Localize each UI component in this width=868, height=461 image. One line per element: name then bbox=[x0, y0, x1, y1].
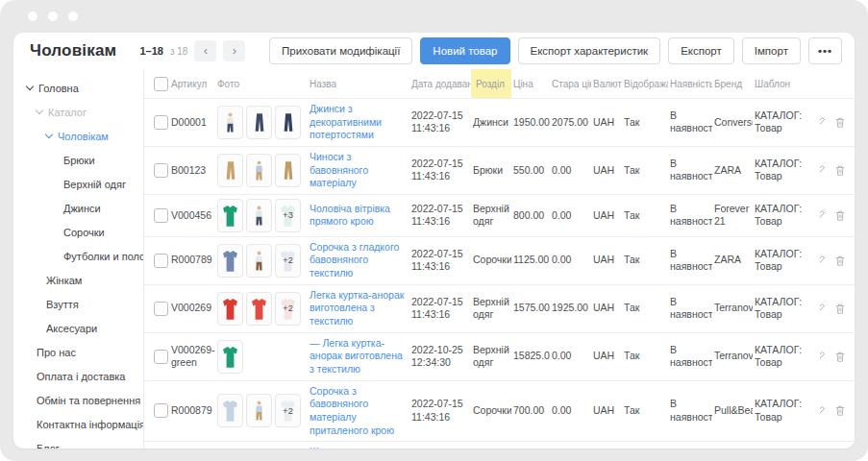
pagination-prev-button[interactable]: ‹ bbox=[194, 40, 216, 61]
product-photo-thumbnail[interactable] bbox=[275, 154, 301, 187]
product-photo-thumbnail[interactable] bbox=[246, 199, 272, 232]
row-checkbox[interactable] bbox=[154, 403, 168, 418]
product-photo-thumbnail[interactable] bbox=[217, 244, 243, 278]
sidebar-item[interactable]: Взуття bbox=[13, 292, 143, 316]
product-photo-thumbnail[interactable]: +2 bbox=[275, 292, 301, 326]
delete-button[interactable] bbox=[834, 209, 846, 222]
product-photo-thumbnail[interactable] bbox=[217, 292, 243, 326]
row-checkbox[interactable] bbox=[154, 302, 168, 316]
product-photo-thumbnail[interactable]: +2 bbox=[275, 244, 301, 278]
row-checkbox[interactable] bbox=[154, 254, 168, 268]
sidebar-item[interactable]: Оплата і доставка bbox=[13, 364, 143, 388]
sidebar-item[interactable]: Контактна інформація bbox=[13, 412, 143, 436]
row-checkbox[interactable] bbox=[154, 115, 168, 130]
product-photo-thumbnail[interactable] bbox=[217, 199, 243, 232]
product-photo-thumbnail[interactable] bbox=[217, 106, 243, 139]
column-header[interactable]: Фото bbox=[217, 79, 239, 89]
product-photo-thumbnail[interactable]: +2 bbox=[275, 394, 301, 427]
sidebar-item[interactable]: Чоловікам bbox=[13, 124, 143, 148]
sidebar-item[interactable]: Верхній одяг bbox=[13, 172, 143, 196]
edit-button[interactable] bbox=[820, 164, 826, 176]
product-photo-thumbnail[interactable] bbox=[246, 394, 272, 427]
edit-button[interactable] bbox=[820, 303, 826, 314]
product-photo-thumbnail[interactable] bbox=[246, 106, 272, 139]
sidebar-item[interactable]: Аксесуари bbox=[13, 316, 143, 340]
product-brand: Terranova bbox=[714, 350, 753, 361]
delete-button[interactable] bbox=[834, 116, 846, 129]
column-header[interactable]: Назва bbox=[310, 79, 336, 89]
column-header[interactable]: Розділ bbox=[476, 79, 505, 89]
sidebar-item[interactable]: Головна bbox=[13, 76, 143, 100]
product-photo-thumbnail[interactable] bbox=[217, 394, 243, 427]
product-name-link[interactable]: Сорочка з гладкого бавовняного текстилю bbox=[310, 241, 405, 280]
product-photo-thumbnail[interactable]: +3 bbox=[275, 199, 301, 232]
column-header[interactable]: Відображати bbox=[624, 79, 668, 89]
edit-button[interactable] bbox=[820, 351, 826, 362]
export-characteristics-button[interactable]: Експорт характеристик bbox=[518, 37, 661, 64]
delete-button[interactable] bbox=[834, 164, 846, 177]
new-product-button[interactable]: Новий товар bbox=[420, 37, 509, 64]
delete-button[interactable] bbox=[834, 351, 846, 363]
sidebar-item[interactable]: Каталог bbox=[13, 100, 143, 124]
pants-photo-graphic bbox=[253, 110, 266, 134]
product-photo-thumbnail[interactable] bbox=[275, 106, 301, 139]
column-header[interactable]: Бренд bbox=[714, 79, 742, 89]
product-photo-thumbnail[interactable] bbox=[217, 154, 243, 187]
column-header[interactable]: Наявність bbox=[670, 79, 712, 89]
table-row: B000321 +2Штани з бавовняного матеріалу … bbox=[144, 442, 855, 449]
sidebar-item[interactable]: Сорочки bbox=[13, 220, 143, 244]
row-checkbox[interactable] bbox=[154, 163, 168, 178]
row-actions bbox=[822, 303, 850, 315]
product-old-price: 0.00 bbox=[552, 350, 571, 361]
edit-button[interactable] bbox=[820, 116, 826, 128]
row-checkbox[interactable] bbox=[154, 350, 168, 364]
more-actions-button[interactable]: ••• bbox=[808, 37, 842, 64]
window-control-dot bbox=[48, 12, 58, 21]
product-display: Так bbox=[624, 209, 639, 221]
column-header[interactable]: Шаблон bbox=[755, 79, 790, 89]
pencil-icon bbox=[820, 303, 826, 314]
column-header[interactable]: Дата додавання bbox=[411, 79, 471, 89]
person-photo-graphic bbox=[252, 399, 266, 423]
delete-button[interactable] bbox=[834, 255, 846, 267]
edit-button[interactable] bbox=[820, 405, 826, 417]
select-all-checkbox[interactable] bbox=[154, 77, 168, 91]
import-button[interactable]: Імпорт bbox=[742, 37, 801, 64]
edit-button[interactable] bbox=[820, 209, 826, 221]
product-name-link[interactable]: Джинси з декоративними потертостями bbox=[310, 103, 405, 142]
sidebar-item[interactable]: Блог bbox=[13, 436, 143, 449]
product-name-link[interactable]: Чоловіча вітрівка прямого крою bbox=[310, 203, 405, 229]
column-header[interactable]: Валюта bbox=[593, 79, 622, 89]
sidebar-item-label: Взуття bbox=[46, 299, 79, 310]
column-header[interactable]: Ціна bbox=[513, 79, 533, 89]
sidebar-item[interactable]: Брюки bbox=[13, 148, 143, 172]
column-header[interactable]: Стара ціна bbox=[552, 79, 591, 89]
pencil-icon bbox=[820, 209, 826, 221]
product-name-link[interactable]: Чиноси з бавовняного матеріалу bbox=[310, 151, 405, 190]
pagination-next-button[interactable]: › bbox=[223, 40, 245, 61]
products-table: АртикулФотоНазваДата додаванняРозділ⇅Цін… bbox=[144, 69, 855, 449]
trash-icon bbox=[834, 255, 846, 267]
product-photo-thumbnail[interactable] bbox=[246, 154, 272, 187]
column-header[interactable]: Артикул bbox=[171, 79, 207, 89]
row-checkbox[interactable] bbox=[154, 208, 168, 223]
product-name-link[interactable]: Сорочка з бавовняного матеріалу притален… bbox=[310, 385, 405, 438]
product-name-link[interactable]: Штани з бавовняного матеріалу прямого кр… bbox=[310, 446, 405, 449]
product-photo-thumbnail[interactable] bbox=[246, 244, 272, 278]
table-row: R000789 +2Сорочка з гладкого бавовняного… bbox=[144, 236, 855, 284]
sidebar-item[interactable]: Жінкам bbox=[13, 268, 143, 292]
hide-modifications-button[interactable]: Приховати модифікації bbox=[269, 37, 412, 64]
sidebar-item[interactable]: Джинси bbox=[13, 196, 143, 220]
product-photo-thumbnail[interactable] bbox=[246, 292, 272, 326]
edit-button[interactable] bbox=[820, 255, 826, 266]
product-photo-thumbnail[interactable] bbox=[217, 340, 243, 374]
export-button[interactable]: Експорт bbox=[668, 37, 734, 64]
sidebar-item[interactable]: Обмін та повернення bbox=[13, 388, 143, 412]
delete-button[interactable] bbox=[834, 303, 846, 315]
product-name-link[interactable]: — Легка куртка-анорак виготовлена з текс… bbox=[310, 337, 405, 376]
delete-button[interactable] bbox=[834, 404, 846, 417]
product-name-link[interactable]: Легка куртка-анорак виготовлена з тексти… bbox=[310, 289, 405, 328]
product-sku: R000879 bbox=[171, 404, 212, 416]
sidebar-item[interactable]: Футболки и поло bbox=[13, 244, 143, 268]
sidebar-item[interactable]: Про нас bbox=[13, 340, 143, 364]
